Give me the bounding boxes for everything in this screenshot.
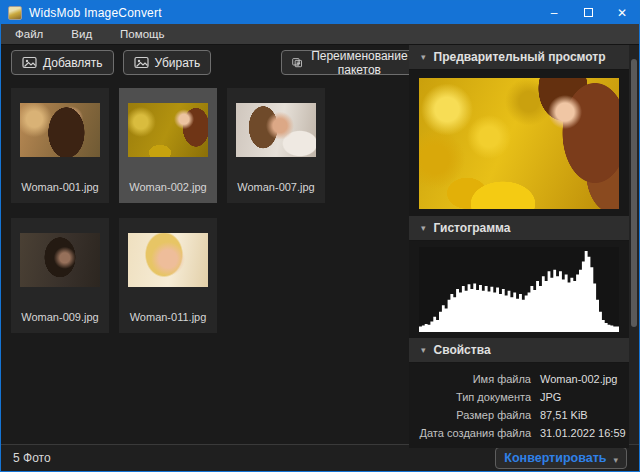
histogram-section-header[interactable]: ▾ Гистограмма (409, 216, 629, 241)
photo-count-label: 5 Фото (13, 451, 51, 465)
thumbnail-woman-002[interactable]: Woman-002.jpg (119, 88, 217, 203)
right-pane-scrollbar-track[interactable] (629, 45, 639, 444)
properties-section-body: Имя файла Woman-002.jpg Тип документа JP… (409, 363, 629, 448)
menu-view[interactable]: Вид (57, 24, 106, 44)
thumbnail-label: Woman-002.jpg (129, 181, 206, 193)
add-button-label: Добавлять (43, 56, 103, 70)
toolbar: Добавлять Убирать Пере (1, 45, 409, 79)
properties-section-title: Свойства (434, 343, 491, 357)
image-icon (134, 56, 149, 69)
property-row-filename: Имя файла Woman-002.jpg (409, 370, 629, 388)
menu-bar: Файл Вид Помощь (1, 24, 639, 45)
menu-help[interactable]: Помощь (106, 24, 178, 44)
preview-section-header[interactable]: ▾ Предварительный просмотр (409, 45, 629, 70)
property-value: 87,51 KiB (540, 406, 588, 424)
image-icon (22, 56, 37, 69)
app-icon (8, 6, 22, 20)
property-value: JPG (540, 388, 561, 406)
convert-button[interactable]: Конвертировать ▾ (495, 447, 627, 469)
property-label: Дата создания файла (409, 424, 531, 442)
property-label: Имя файла (409, 370, 531, 388)
property-label: Размер файла (409, 406, 531, 424)
thumbnail-label: Woman-001.jpg (21, 181, 98, 193)
thumbnail-grid: Woman-001.jpg Woman-002.jpg Woman-007.jp… (11, 88, 409, 333)
status-bar: 5 Фото Конвертировать ▾ (1, 444, 639, 471)
maximize-icon (584, 8, 593, 17)
preview-section-title: Предварительный просмотр (434, 50, 606, 64)
property-row-created: Дата создания файла 31.01.2022 16:59 (409, 424, 629, 442)
left-pane: Добавлять Убирать Пере (1, 45, 409, 444)
thumbnail-label: Woman-011.jpg (130, 311, 207, 323)
chevron-down-icon: ▾ (421, 346, 426, 355)
window-title: WidsMob ImageConvert (29, 6, 162, 20)
histogram-path (419, 251, 619, 328)
thumbnail-woman-001[interactable]: Woman-001.jpg (11, 88, 109, 203)
thumbnail-woman-007[interactable]: Woman-007.jpg (227, 88, 325, 203)
app-window: WidsMob ImageConvert – ✕ Файл Вид Помощь (0, 0, 640, 472)
thumbnail-label: Woman-007.jpg (237, 181, 314, 193)
property-value: 31.01.2022 16:59 (540, 424, 626, 442)
title-bar: WidsMob ImageConvert – ✕ (1, 1, 639, 24)
remove-button-label: Убирать (155, 56, 201, 70)
preview-image (419, 78, 619, 209)
convert-button-label: Конвертировать (504, 451, 606, 465)
close-icon: ✕ (617, 6, 627, 20)
chevron-down-icon: ▾ (421, 224, 426, 233)
menu-file[interactable]: Файл (1, 24, 57, 44)
right-pane-scrollbar-thumb[interactable] (631, 59, 637, 327)
preview-section-body (409, 70, 629, 216)
thumbnail-image (236, 103, 316, 157)
histogram-chart (419, 247, 619, 332)
thumbnail-image (20, 233, 100, 287)
main-content: Добавлять Убирать Пере (1, 45, 639, 444)
minimize-icon: – (551, 6, 558, 20)
histogram-section-title: Гистограмма (434, 221, 511, 235)
close-button[interactable]: ✕ (605, 1, 639, 24)
batch-rename-button[interactable]: Переименование пакетов (281, 50, 421, 75)
copy-icon (292, 56, 303, 69)
histogram-baseline (419, 328, 619, 332)
thumbnail-image (128, 103, 208, 157)
property-value: Woman-002.jpg (540, 370, 617, 388)
thumbnail-woman-011[interactable]: Woman-011.jpg (119, 218, 217, 333)
thumbnail-label: Woman-009.jpg (21, 311, 98, 323)
properties-section-header[interactable]: ▾ Свойства (409, 338, 629, 363)
right-pane: ▾ Предварительный просмотр ▾ Гистограмма… (409, 45, 639, 444)
thumbnail-woman-009[interactable]: Woman-009.jpg (11, 218, 109, 333)
property-label: Тип документа (409, 388, 531, 406)
property-row-filesize: Размер файла 87,51 KiB (409, 406, 629, 424)
maximize-button[interactable] (571, 1, 605, 24)
window-controls: – ✕ (537, 1, 639, 24)
batch-rename-button-label: Переименование пакетов (309, 49, 410, 77)
remove-button[interactable]: Убирать (123, 50, 212, 75)
minimize-button[interactable]: – (537, 1, 571, 24)
thumbnail-image (20, 103, 100, 157)
property-row-doctype: Тип документа JPG (409, 388, 629, 406)
chevron-down-icon: ▾ (421, 53, 426, 62)
add-button[interactable]: Добавлять (11, 50, 114, 75)
chevron-down-icon: ▾ (613, 455, 618, 465)
histogram-section-body (409, 241, 629, 338)
thumbnail-image (128, 233, 208, 287)
